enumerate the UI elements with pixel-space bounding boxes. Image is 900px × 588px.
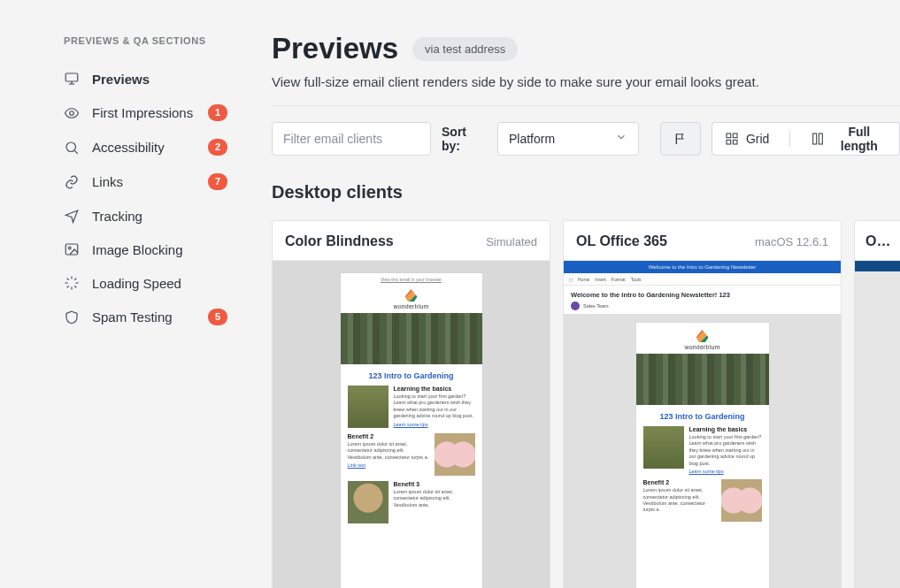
block-heading: Benefit 2 [643, 479, 716, 485]
brand-name: wonderblum [341, 303, 482, 309]
status-badge: 5 [208, 309, 227, 325]
card-title: OL Office 365 [576, 233, 667, 249]
sidebar-item-label: Previews [92, 72, 227, 87]
page-title: Previews [272, 32, 398, 65]
outlook-ribbon: Welcome to the Intro to Gardening Newsle… [564, 261, 841, 273]
preview-card-outlook-peek[interactable]: Outlo [854, 220, 900, 588]
email-headline: 123 Intro to Gardening [636, 405, 769, 426]
svg-rect-22 [819, 134, 822, 144]
block-link: Learn some tips [689, 469, 762, 474]
controls-bar: Sort by: Platform Grid [272, 122, 900, 156]
svg-rect-19 [727, 140, 731, 144]
sidebar-item-label: Image Blocking [92, 242, 227, 257]
card-preview: View this email in your browser wonderbl… [273, 261, 550, 588]
block-body: Lorem ipsum dolor sit amet, consectetur … [643, 487, 716, 514]
brand-logo-icon [405, 289, 418, 302]
sidebar-item-label: Loading Speed [92, 276, 227, 291]
sidebar-item-previews[interactable]: Previews [64, 62, 227, 95]
block-image [348, 386, 388, 428]
block-body: Lorem ipsum dolor sit amet, consectetur … [394, 489, 475, 508]
svg-line-15 [74, 279, 76, 280]
sidebar-item-tracking[interactable]: Tracking [64, 199, 227, 233]
outlook-toolbar: ◻HomeInsertFormatTools [564, 273, 841, 286]
status-badge: 7 [208, 173, 227, 190]
view-controls: Grid Full length [660, 122, 900, 156]
sort-value: Platform [509, 132, 615, 146]
outlook-header: Welcome to the Intro to Gardening Newsle… [564, 286, 841, 314]
flag-icon [673, 132, 688, 146]
sidebar-item-links[interactable]: Links 7 [64, 164, 227, 199]
full-length-view-button[interactable]: Full length [798, 122, 900, 156]
card-preview [855, 261, 900, 588]
status-badge: 1 [208, 104, 227, 121]
hero-image [341, 313, 482, 364]
preview-card-color-blindness[interactable]: Color Blindness Simulated View this emai… [272, 220, 550, 588]
preheader-link: View this email in your browser [341, 273, 482, 282]
sidebar-item-image-blocking[interactable]: Image Blocking [64, 233, 227, 266]
sidebar-item-label: Links [92, 174, 196, 189]
shield-icon [64, 309, 80, 325]
svg-rect-20 [733, 140, 737, 144]
link-icon [64, 174, 80, 190]
svg-point-7 [68, 247, 71, 249]
sidebar-list: Previews First Impressions 1 Accessibili… [64, 62, 227, 334]
card-title: Color Blindness [285, 233, 394, 249]
sidebar-item-label: First Impressions [92, 105, 196, 120]
brand-logo-icon [696, 330, 709, 342]
sidebar-item-accessibility[interactable]: Accessibility 2 [64, 130, 227, 164]
svg-line-14 [67, 286, 69, 287]
preview-card-office-365[interactable]: OL Office 365 macOS 12.6.1 Welcome to th… [563, 220, 842, 588]
hero-image [636, 354, 769, 405]
divider [272, 105, 900, 106]
preview-cards: Color Blindness Simulated View this emai… [272, 220, 900, 588]
grid-icon [725, 132, 739, 146]
subject-line: Welcome to the Intro to Gardening Newsle… [571, 291, 834, 299]
card-title: Outlo [865, 233, 895, 249]
flag-button[interactable] [660, 122, 701, 156]
block-heading: Learning the basics [689, 426, 762, 432]
sort-label: Sort by: [442, 125, 487, 153]
card-preview: Welcome to the Intro to Gardening Newsle… [564, 261, 841, 588]
sidebar-heading: PREVIEWS & QA SECTIONS [64, 35, 227, 46]
sidebar-item-spam-testing[interactable]: Spam Testing 5 [64, 300, 227, 334]
sidebar-item-label: Spam Testing [92, 309, 196, 325]
svg-line-11 [74, 286, 76, 287]
card-meta: macOS 12.6.1 [755, 235, 828, 248]
filter-input[interactable] [272, 122, 431, 156]
svg-line-5 [74, 150, 77, 153]
svg-rect-0 [65, 73, 78, 81]
svg-point-3 [70, 111, 74, 115]
svg-line-10 [67, 279, 69, 280]
sidebar-item-loading-speed[interactable]: Loading Speed [64, 266, 227, 300]
grid-view-button[interactable]: Grid [712, 122, 781, 156]
from-name: Sales Team [583, 303, 609, 309]
svg-rect-21 [812, 134, 816, 144]
monitor-icon [64, 71, 80, 87]
block-image [643, 426, 684, 469]
sidebar-item-label: Accessibility [92, 140, 196, 155]
segment-separator [781, 122, 797, 156]
main-content: Previews via test address View full-size… [252, 0, 900, 588]
chevron-down-icon [615, 131, 627, 147]
status-badge: 2 [208, 139, 227, 156]
loader-icon [64, 275, 80, 291]
brand-name: wonderblum [636, 344, 769, 350]
sidebar-item-label: Tracking [92, 209, 227, 224]
sort-select[interactable]: Platform [497, 122, 639, 156]
svg-point-4 [66, 142, 76, 152]
source-pill: via test address [412, 37, 518, 61]
block-body: Looking to start your first garden? Lear… [689, 434, 762, 467]
block-heading: Learning the basics [394, 386, 475, 392]
navigation-icon [64, 208, 80, 224]
block-heading: Benefit 2 [348, 433, 429, 439]
block-link: Learn some tips [394, 422, 475, 427]
email-render: View this email in your browser wonderbl… [341, 273, 482, 588]
image-icon [64, 241, 80, 257]
avatar [571, 302, 580, 310]
search-icon [64, 140, 80, 156]
svg-rect-17 [727, 134, 731, 138]
page-subtitle: View full-size email client renders side… [272, 74, 900, 89]
sidebar-item-first-impressions[interactable]: First Impressions 1 [64, 95, 227, 130]
section-title: Desktop clients [272, 182, 900, 202]
email-headline: 123 Intro to Gardening [341, 364, 482, 386]
